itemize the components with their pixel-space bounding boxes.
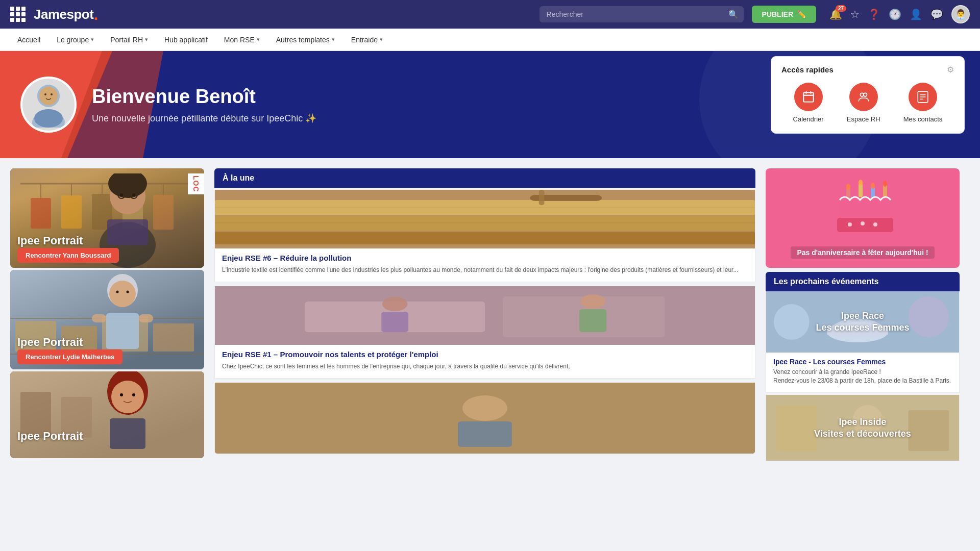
svg-rect-56 — [110, 418, 145, 449]
news-card-2[interactable]: Enjeu RSE #1 – Promouvoir nos talents et… — [214, 286, 755, 379]
svg-point-43 — [109, 281, 136, 307]
svg-rect-60 — [215, 232, 755, 244]
event-title-1[interactable]: Ipee Race - Les courses Femmes — [773, 358, 952, 366]
svg-point-85 — [848, 222, 852, 227]
header-icons: 🔔 27 ☆ ❓ 🕐 👤 💬 👨‍💼 — [829, 5, 970, 23]
profile-button[interactable]: 👤 — [910, 8, 922, 20]
svg-point-45 — [127, 291, 129, 293]
search-input[interactable] — [540, 6, 744, 22]
svg-rect-64 — [539, 190, 545, 205]
svg-point-70 — [580, 294, 605, 309]
nav-item-portail-rh[interactable]: Portail RH ▾ — [103, 29, 155, 51]
history-button[interactable]: 🕐 — [889, 8, 901, 20]
news-card-3[interactable] — [214, 383, 755, 454]
nav-item-entraide[interactable]: Entraide ▾ — [344, 29, 390, 51]
svg-point-90 — [909, 296, 949, 337]
messages-button[interactable]: 💬 — [930, 8, 943, 20]
nav-item-accueil[interactable]: Accueil — [10, 29, 47, 51]
notifications-button[interactable]: 🔔 27 — [829, 8, 842, 20]
svg-rect-35 — [107, 219, 148, 245]
svg-rect-93 — [776, 405, 817, 451]
portrait-label: Ipee Portrait — [17, 234, 83, 247]
logo[interactable]: Jamespot. — [34, 5, 98, 24]
publish-button[interactable]: PUBLIER ✏️ — [752, 6, 816, 23]
svg-point-10 — [860, 93, 864, 96]
svg-point-3 — [44, 93, 46, 95]
middle-column: À la une Enj — [214, 168, 755, 461]
user-avatar — [20, 77, 77, 133]
edit-icon: ✏️ — [797, 10, 806, 18]
portrait-btn-2[interactable]: Rencontrer Lydie Malherbes — [17, 349, 122, 364]
event-card-1[interactable]: Ipee Race Les courses Femmes Ipee Race -… — [766, 291, 960, 393]
event-card-2[interactable]: Ipee Inside Visites et découvertes — [766, 395, 960, 461]
portrait-card-1[interactable]: LOC Ipee Portrait Rencontrer Yann Boussa… — [10, 168, 204, 268]
acces-item-mes-contacts[interactable]: Mes contacts — [903, 83, 943, 123]
chevron-down-icon: ▾ — [91, 36, 94, 43]
svg-point-31 — [132, 193, 135, 196]
svg-point-79 — [846, 184, 850, 190]
svg-rect-74 — [458, 421, 512, 447]
help-button[interactable]: ❓ — [868, 8, 880, 20]
svg-rect-84 — [837, 218, 893, 232]
portrait-card-2[interactable]: Ipee Portrait Rencontrer Lydie Malherbes — [10, 270, 204, 369]
mes-contacts-icon-circle — [909, 83, 937, 111]
acces-item-label: Mes contacts — [903, 115, 943, 123]
left-column: LOC Ipee Portrait Rencontrer Yann Boussa… — [10, 168, 204, 461]
acces-item-calendrier[interactable]: Calendrier — [793, 83, 824, 123]
favorites-button[interactable]: ☆ — [850, 8, 860, 20]
svg-rect-71 — [579, 309, 606, 332]
svg-point-81 — [871, 183, 875, 189]
portrait-label: Ipee Portrait — [17, 336, 83, 349]
app-grid-icon[interactable] — [10, 7, 26, 22]
avatar[interactable]: 👨‍💼 — [951, 5, 970, 23]
nav-item-mon-rse[interactable]: Mon RSE ▾ — [217, 29, 267, 51]
svg-rect-48 — [139, 314, 153, 322]
news-title-1[interactable]: Enjeu RSE #6 – Réduire la pollution — [222, 254, 748, 262]
nav-bar: Accueil Le groupe ▾ Portail RH ▾ Hub app… — [0, 29, 980, 51]
welcome-title: Bienvenue Benoît — [92, 86, 316, 108]
news-excerpt-2: Chez IpeeChic, ce sont les femmes et les… — [222, 362, 748, 371]
svg-point-73 — [462, 395, 507, 421]
nav-item-groupe[interactable]: Le groupe ▾ — [50, 29, 101, 51]
espace-rh-icon-circle — [849, 83, 878, 111]
chevron-down-icon: ▾ — [257, 36, 260, 43]
svg-point-86 — [861, 221, 865, 226]
svg-rect-18 — [31, 198, 51, 229]
chevron-down-icon: ▾ — [380, 36, 383, 43]
settings-icon[interactable]: ⚙ — [947, 65, 954, 74]
acces-item-espace-rh[interactable]: Espace RH — [847, 83, 880, 123]
acces-rapides-header: Accès rapides ⚙ — [781, 65, 954, 74]
publish-label: PUBLIER — [762, 10, 793, 18]
news-card-1[interactable]: Enjeu RSE #6 – Réduire la pollution L'in… — [214, 190, 755, 282]
svg-point-5 — [34, 109, 63, 128]
svg-point-54 — [120, 393, 123, 396]
svg-point-11 — [864, 93, 867, 96]
top-header: Jamespot. 🔍 PUBLIER ✏️ 🔔 27 ☆ ❓ 🕐 👤 💬 👨‍… — [0, 0, 980, 29]
chevron-down-icon: ▾ — [332, 36, 335, 43]
svg-point-87 — [873, 222, 877, 227]
birthday-text: Pas d'anniversaire à fêter aujourd'hui ! — [791, 246, 934, 259]
logo-text: Jamespot — [34, 7, 93, 22]
svg-point-2 — [39, 87, 58, 105]
svg-point-30 — [120, 193, 123, 196]
hero-section: Bienvenue Benoît Une nouvelle journée pé… — [0, 51, 980, 158]
nav-item-autres-templates[interactable]: Autres templates ▾ — [269, 29, 342, 51]
svg-point-55 — [132, 393, 135, 396]
loc-badge: LOC — [188, 173, 204, 194]
svg-rect-69 — [381, 312, 408, 332]
search-icon[interactable]: 🔍 — [728, 10, 739, 19]
hero-content: Bienvenue Benoît Une nouvelle journée pé… — [0, 77, 337, 133]
svg-point-89 — [774, 304, 810, 340]
svg-rect-83 — [840, 200, 891, 218]
portrait-card-3[interactable]: Ipee Portrait — [10, 371, 204, 458]
acces-rapides-items: Calendrier Espace RH — [781, 83, 954, 123]
nav-item-hub[interactable]: Hub applicatif — [157, 29, 215, 51]
events-section: Les prochains événements Ipee Race — [766, 272, 960, 461]
news-title-2[interactable]: Enjeu RSE #1 – Promouvoir nos talents et… — [222, 350, 748, 359]
svg-rect-95 — [909, 410, 949, 451]
logo-dot: . — [93, 5, 97, 24]
chevron-down-icon: ▾ — [145, 36, 148, 43]
notification-badge: 27 — [836, 5, 846, 12]
event-img-text-1: Ipee Race Les courses Femmes — [816, 310, 909, 334]
portrait-btn-1[interactable]: Rencontrer Yann Boussard — [17, 248, 119, 263]
